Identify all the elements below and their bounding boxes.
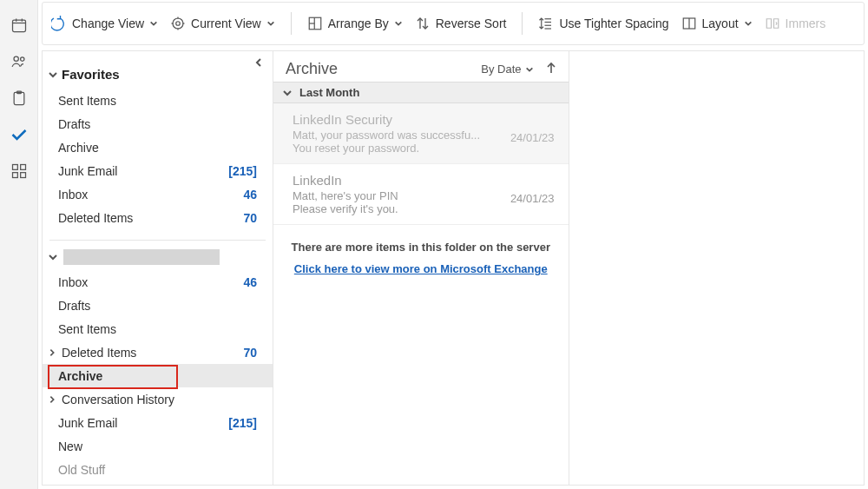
toolbar-separator bbox=[291, 12, 292, 35]
account-name-redacted bbox=[63, 249, 220, 265]
message-item[interactable]: LinkedIn Matt, here's your PIN Please ve… bbox=[273, 164, 569, 225]
svg-point-12 bbox=[173, 18, 183, 29]
view-toolbar: Change View Current View Arrange By Reve… bbox=[42, 2, 865, 45]
current-view-button[interactable]: Current View bbox=[170, 16, 275, 31]
workspace: Favorites Sent Items Drafts Archive Junk… bbox=[42, 50, 865, 486]
message-list-pane: Archive By Date Last Month bbox=[273, 51, 569, 485]
folder-deleted-items[interactable]: Deleted Items70 bbox=[43, 206, 273, 229]
server-items-notice: There are more items in this folder on t… bbox=[273, 225, 569, 291]
tighter-spacing-button[interactable]: Use Tighter Spacing bbox=[538, 16, 668, 31]
svg-rect-6 bbox=[14, 92, 24, 104]
acct-inbox[interactable]: Inbox46 bbox=[43, 270, 273, 294]
layout-button[interactable]: Layout bbox=[681, 16, 753, 31]
current-view-label: Current View bbox=[191, 17, 261, 30]
layout-label: Layout bbox=[702, 17, 739, 30]
svg-rect-11 bbox=[20, 173, 25, 178]
folder-pane: Favorites Sent Items Drafts Archive Junk… bbox=[43, 51, 273, 485]
group-header[interactable]: Last Month bbox=[273, 82, 569, 103]
favorites-header[interactable]: Favorites bbox=[43, 58, 273, 87]
message-sender: LinkedIn Security bbox=[293, 112, 556, 127]
divider bbox=[49, 240, 266, 241]
immersive-reader-button[interactable]: Immers bbox=[765, 16, 826, 31]
tasks-icon[interactable] bbox=[10, 89, 29, 108]
immersive-label: Immers bbox=[786, 17, 826, 30]
folder-junk-email[interactable]: Junk Email[215] bbox=[43, 159, 273, 182]
people-icon[interactable] bbox=[10, 52, 29, 71]
message-sender: LinkedIn bbox=[293, 173, 556, 188]
favorites-list: Sent Items Drafts Archive Junk Email[215… bbox=[43, 87, 273, 231]
reading-pane bbox=[569, 51, 865, 485]
server-notice-text: There are more items in this folder on t… bbox=[282, 241, 560, 254]
calendar-icon[interactable] bbox=[10, 16, 29, 35]
group-label: Last Month bbox=[299, 86, 359, 99]
svg-rect-0 bbox=[12, 20, 25, 31]
message-item[interactable]: LinkedIn Security Matt, your password wa… bbox=[273, 103, 569, 164]
message-date: 24/01/23 bbox=[510, 131, 555, 144]
chevron-right-icon[interactable] bbox=[48, 348, 58, 357]
acct-archive[interactable]: Archive bbox=[43, 364, 273, 387]
sort-dropdown[interactable]: By Date bbox=[481, 63, 533, 76]
folder-sent-items[interactable]: Sent Items bbox=[43, 89, 273, 112]
svg-point-4 bbox=[14, 56, 18, 61]
folder-drafts[interactable]: Drafts bbox=[43, 112, 273, 135]
list-header: Archive By Date bbox=[273, 51, 569, 82]
folder-inbox[interactable]: Inbox46 bbox=[43, 182, 273, 206]
view-more-link[interactable]: Click here to view more on Microsoft Exc… bbox=[294, 262, 548, 275]
change-view-button[interactable]: Change View bbox=[51, 16, 158, 31]
arrange-by-button[interactable]: Arrange By bbox=[307, 16, 403, 31]
favorites-label: Favorites bbox=[62, 67, 120, 82]
svg-rect-10 bbox=[12, 173, 17, 178]
acct-conversation-history[interactable]: Conversation History bbox=[43, 387, 273, 411]
sort-label: By Date bbox=[481, 63, 521, 76]
list-title: Archive bbox=[286, 60, 338, 78]
account-header[interactable] bbox=[43, 246, 273, 268]
apps-icon[interactable] bbox=[10, 162, 29, 181]
reverse-sort-button[interactable]: Reverse Sort bbox=[415, 16, 507, 31]
acct-old-stuff[interactable]: Old Stuff bbox=[43, 458, 273, 481]
acct-new[interactable]: New bbox=[43, 434, 273, 458]
folder-archive[interactable]: Archive bbox=[43, 135, 273, 159]
tighter-spacing-label: Use Tighter Spacing bbox=[559, 17, 668, 30]
chevron-right-icon[interactable] bbox=[48, 395, 58, 404]
toolbar-separator bbox=[522, 12, 523, 35]
svg-rect-8 bbox=[12, 165, 17, 170]
collapse-folder-pane-button[interactable] bbox=[253, 56, 264, 70]
svg-rect-9 bbox=[20, 165, 25, 170]
reverse-sort-label: Reverse Sort bbox=[436, 17, 507, 30]
left-rail bbox=[0, 0, 38, 489]
acct-junk-email[interactable]: Junk Email[215] bbox=[43, 411, 273, 434]
message-date: 24/01/23 bbox=[510, 192, 555, 205]
todo-icon[interactable] bbox=[10, 125, 29, 144]
change-view-label: Change View bbox=[72, 17, 144, 30]
svg-point-5 bbox=[20, 57, 23, 61]
svg-point-13 bbox=[176, 22, 181, 26]
acct-drafts[interactable]: Drafts bbox=[43, 294, 273, 317]
account-folders: Inbox46 Drafts Sent Items Deleted Items7… bbox=[43, 268, 273, 483]
sort-direction-button[interactable] bbox=[546, 62, 556, 76]
arrange-by-label: Arrange By bbox=[328, 17, 389, 30]
acct-deleted-items[interactable]: Deleted Items70 bbox=[43, 340, 273, 364]
acct-sent-items[interactable]: Sent Items bbox=[43, 317, 273, 340]
